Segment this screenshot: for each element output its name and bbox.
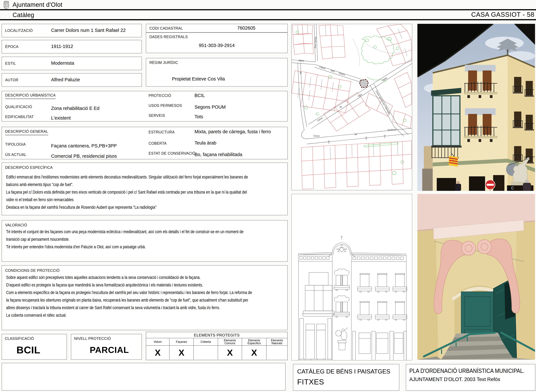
field-label: NIVELL PROTECCIÓ <box>74 336 111 341</box>
field-autor: AUTOR Alfred Paluzie <box>2 73 142 87</box>
field-value: Tots <box>195 114 203 119</box>
column-header: Volum <box>146 338 170 345</box>
elevation-drawing <box>291 194 412 360</box>
paragraph-line: Té interès el conjunt de les façanes com… <box>6 228 230 235</box>
paragraph: Sobre aquest edifici són preceptives tot… <box>6 274 287 319</box>
field-value: Propietat Esteve Cos Vila <box>172 76 225 82</box>
field-value: L'existent <box>51 115 71 121</box>
table-value-row: X X X X <box>146 346 287 359</box>
footer-empty-box <box>2 363 286 391</box>
paragraph: Té interès el conjunt de les façanes com… <box>6 228 287 251</box>
field-nivell-proteccio: NIVELL PROTECCIÓ PARCIAL <box>71 334 142 360</box>
field-label: TIPOLOGIA <box>5 142 26 147</box>
table-cell <box>194 346 218 359</box>
paragraph-line: altres dissenys i tractarà la tribuna ex… <box>6 304 230 311</box>
header-rule-bottom <box>0 19 536 20</box>
field-label: QUALIFICACIÓ <box>5 105 32 109</box>
svg-text:Màrtir: Màrtir <box>298 59 304 62</box>
field-value: Mixta, parets de càrrega, fusta i ferro <box>195 129 271 134</box>
svg-text:Carrer: Carrer <box>313 134 320 137</box>
field-localitzacio: LOCALITZACIÓ Carrer Dolors num 1 Sant Ra… <box>2 24 142 37</box>
field-classificacio: CLASSIFICACIÓ BCIL <box>2 334 67 360</box>
column-header: Elements Específics <box>242 338 267 345</box>
table-title: ELEMENTS PROTEGITS <box>146 332 287 338</box>
field-value: Alfred Paluzie <box>51 77 80 82</box>
footer-title: PLA D'ORDENACIÓ URBANÍSTICA MUNICIPAL. <box>409 368 525 374</box>
paragraph-line: La façana pel c/ Dolors està definida pe… <box>6 188 230 196</box>
catalog-sheet: Ajuntament d'Olot Catàleg CASA GASSIOT -… <box>0 0 536 392</box>
table-cell: X <box>146 346 170 359</box>
table-cell <box>267 346 287 359</box>
nivell-proteccio-value: PARCIAL <box>90 345 129 355</box>
field-value: 951-303-39-2914 <box>146 43 287 48</box>
column-header: Façanes <box>170 338 194 345</box>
field-value: Segons POUM <box>195 104 226 110</box>
paragraph-line: Sobre aquest edifici són preceptives tot… <box>6 274 230 281</box>
paragraph-line: Té interès per entendre l'obra modernist… <box>6 243 230 251</box>
field-value: Bo, façana rehabilitada <box>195 152 242 157</box>
field-value: Comercial PB, residencial pisos <box>51 154 117 159</box>
footer-subtitle: AJUNTAMENT D'OLOT. 2003 Text Refós <box>409 377 500 382</box>
elevation-drawing-svg <box>292 194 412 360</box>
field-label: EDIFICABILITAT <box>5 115 34 119</box>
field-label: LOCALITZACIÓ <box>5 28 33 33</box>
column-header: Elements Naturals <box>267 338 287 345</box>
org-title: Ajuntament d'Olot <box>13 1 62 8</box>
field-label: ÈPOCA <box>5 45 19 49</box>
facade-photo: CLARA <box>417 24 535 191</box>
cadastral-map: Sant Ferriol Màrtir Carrer dels Dolors C… <box>291 24 412 190</box>
section-title: CONDICIONS DE PROTECCIÓ <box>5 268 60 273</box>
doc-type-title: Catàleg <box>13 12 34 19</box>
section-condicions-proteccio: CONDICIONS DE PROTECCIÓ Sobre aquest edi… <box>2 265 288 330</box>
field-label: AUTOR <box>5 78 18 82</box>
field-label: ESTRUCTURA <box>148 130 175 134</box>
field-value: Modernista <box>51 61 74 66</box>
classificacio-value: BCIL <box>16 344 40 356</box>
field-label: PROTECCIÓ <box>148 93 171 98</box>
paragraph-line: La coberta conservarà el ràfec actual. <box>6 311 230 319</box>
column-header: Coberta <box>194 338 218 345</box>
section-title: VALORACIÓ <box>5 223 27 227</box>
field-estil: ESTIL Modernista <box>2 57 142 70</box>
field-epoca: ÈPOCA 1911-1912 <box>2 40 142 53</box>
footer-subtitle: FITXES <box>297 378 324 386</box>
paragraph-line: balcons amb elements tipus "cop de fuet"… <box>6 181 230 188</box>
paragraph-line: D'aquest edifici es protegeix la façana … <box>6 281 230 289</box>
table-cell: X <box>242 346 267 359</box>
field-value: Façana cantonera, PS,PB+3PP <box>51 143 117 149</box>
cadastral-map-drawing: Sant Ferriol Màrtir Carrer dels Dolors C… <box>292 24 412 190</box>
paragraph-line: vidre ni el treball en ferro són remarca… <box>6 196 230 203</box>
field-label: ESTAT DE CONSERVACIÓ <box>148 151 196 156</box>
field-label: ESTIL <box>5 61 16 66</box>
field-label: SERVEIS <box>148 113 165 118</box>
entrance-photo-illustration <box>417 194 535 360</box>
section-descripcio-especifica: DESCRIPCIÓ ESPECÍFICA Edifici emmarcat d… <box>2 163 288 215</box>
field-value: BCIL <box>195 93 205 98</box>
field-label: CODI CADASTRAL <box>149 26 183 31</box>
section-descripcio-urbanistica: DESCRIPCIÓ URBANÍSTICA QUALIFICACIÓ Zona… <box>2 91 288 121</box>
field-label: DADES REGISTRALS <box>149 35 188 39</box>
svg-text:de: de <box>354 133 357 136</box>
field-value: 1911-1912 <box>51 44 73 49</box>
field-label: ÚS ACTUAL <box>5 153 26 157</box>
section-title: DESCRIPCIÓ ESPECÍFICA <box>5 165 53 170</box>
section-valoracio: VALORACIÓ Té interès el conjunt de les f… <box>2 220 288 262</box>
column-header: Elements Comuns <box>218 338 242 345</box>
field-label: CLASSIFICACIÓ <box>5 336 34 341</box>
section-title: DESCRIPCIÓ URBANÍSTICA <box>5 93 56 99</box>
elements-protegits-table: ELEMENTS PROTEGITS Volum Façanes Coberta… <box>146 332 288 360</box>
field-value: Teula àrab <box>195 140 216 146</box>
header-rule-top <box>0 9 536 10</box>
field-regim-juridic: RÈGIM JURÍDIC Propietat Esteve Cos Vila <box>146 58 288 87</box>
field-value: Carrer Dolors num 1 Sant Rafael 22 <box>51 28 126 33</box>
footer-pla-box: PLA D'ORDENACIÓ URBANÍSTICA MUNICIPAL. A… <box>406 364 535 391</box>
paragraph: Edifici emmarcat dins l'estilismes moder… <box>6 173 287 211</box>
olot-coat-of-arms-icon <box>2 1 10 9</box>
paragraph-line: Edifici emmarcat dins l'estilismes moder… <box>6 173 230 181</box>
table-cell: X <box>218 346 242 359</box>
entrance-photo <box>417 194 535 360</box>
field-codi-cadastral: CODI CADASTRAL 7602605 <box>146 24 288 33</box>
field-label: COBERTA <box>148 141 167 146</box>
field-dades-registrals: DADES REGISTRALS 951-303-39-2914 <box>146 33 288 53</box>
paragraph-line: Destaca en la façana del xamfrà l'escult… <box>6 203 230 211</box>
